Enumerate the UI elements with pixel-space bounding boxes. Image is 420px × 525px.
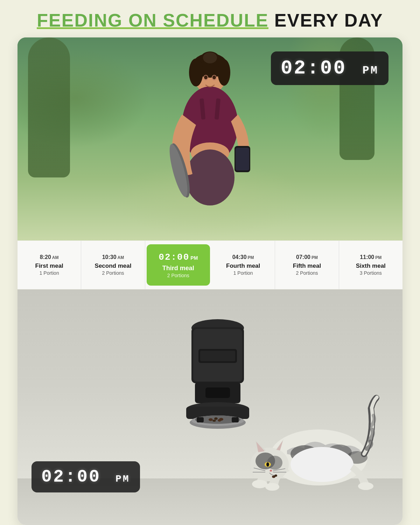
meal-4-portion: 1 Portion (233, 270, 253, 276)
main-card: 02:00 PM 8:20 AM First meal 1 Portion 10… (18, 37, 402, 525)
meal-item-3-active: 02:00 PM Third meal 2 Portions (147, 244, 210, 286)
svg-marker-51 (256, 442, 265, 452)
clock-badge-bottom: 02:00 PM (31, 461, 140, 492)
svg-point-36 (218, 419, 221, 422)
page-title: FEEDING ON SCHEDULE EVERY DAY (37, 10, 383, 30)
svg-point-46 (358, 482, 373, 490)
meal-item-5: 07:00 PM Fifth meal 2 Portions (275, 241, 339, 289)
meal-5-portion: 2 Portions (296, 270, 318, 276)
svg-point-19 (203, 52, 217, 63)
meal-5-time: 07:00 (296, 254, 310, 260)
meal-6-period: PM (375, 255, 382, 260)
svg-rect-24 (200, 351, 235, 361)
svg-point-16 (204, 76, 208, 79)
meal-5-name: Fifth meal (293, 262, 321, 270)
meal-item-2: 10:30 AM Second meal 2 Portions (81, 241, 145, 289)
svg-point-55 (266, 462, 269, 467)
meal-2-name: Second meal (95, 262, 132, 270)
meal-3-portion: 2 Portions (167, 273, 189, 278)
clock-top-time: 02:00 (281, 57, 346, 79)
meal-2-portion: 2 Portions (102, 270, 124, 276)
meal-1-period: AM (52, 255, 59, 260)
meal-3-period: PM (190, 255, 198, 261)
svg-point-32 (209, 418, 213, 421)
bottom-photo-section: 02:00 PM (18, 289, 402, 525)
cat-figure (234, 380, 382, 499)
clock-bottom-display: 02:00 PM (41, 467, 130, 487)
meal-2-time: 10:30 (102, 254, 117, 260)
svg-point-44 (252, 480, 267, 488)
svg-point-2 (189, 58, 203, 86)
title-part2: EVERY DAY (274, 10, 383, 30)
clock-top-period-label: PM (363, 64, 379, 77)
meal-3-time: 02:00 (159, 252, 189, 262)
svg-rect-26 (205, 387, 230, 398)
clock-bottom-time: 02:00 (41, 467, 101, 487)
clock-top-display: 02:00 PM (281, 57, 379, 79)
tree-left-decoration (28, 37, 70, 177)
svg-point-43 (290, 447, 354, 482)
svg-point-45 (265, 483, 279, 491)
title-part1: FEEDING ON SCHEDULE (37, 10, 268, 30)
woman-figure (150, 44, 270, 233)
svg-point-35 (212, 420, 216, 422)
svg-rect-37 (197, 417, 204, 422)
svg-rect-13 (236, 148, 249, 170)
meal-item-6: 11:00 PM Sixth meal 3 Portions (339, 241, 402, 289)
meal-6-portion: 3 Portions (360, 270, 382, 276)
meal-4-name: Fourth meal (226, 262, 260, 270)
svg-point-33 (214, 418, 218, 420)
schedule-bar: 8:20 AM First meal 1 Portion 10:30 AM Se… (18, 240, 402, 289)
meal-2-period: AM (118, 255, 124, 260)
svg-point-3 (218, 59, 230, 86)
meal-1-time: 8:20 (40, 254, 51, 260)
meal-1-portion: 1 Portion (40, 270, 59, 276)
meal-4-time: 04:30 (232, 254, 247, 260)
meal-5-period: PM (312, 255, 318, 260)
meal-6-name: Sixth meal (356, 262, 386, 270)
svg-point-17 (212, 76, 216, 79)
clock-bottom-period-label: PM (115, 474, 130, 484)
svg-point-61 (274, 475, 277, 477)
meal-item-1: 8:20 AM First meal 1 Portion (18, 241, 81, 289)
top-photo-section: 02:00 PM (18, 37, 402, 240)
meal-4-period: PM (248, 255, 254, 260)
meal-3-name: Third meal (162, 265, 194, 272)
svg-point-9 (186, 149, 234, 205)
meal-1-name: First meal (35, 262, 63, 270)
clock-badge-top: 02:00 PM (271, 51, 388, 85)
meal-6-time: 11:00 (360, 254, 374, 260)
meal-item-4: 04:30 PM Fourth meal 1 Portion (211, 241, 275, 289)
